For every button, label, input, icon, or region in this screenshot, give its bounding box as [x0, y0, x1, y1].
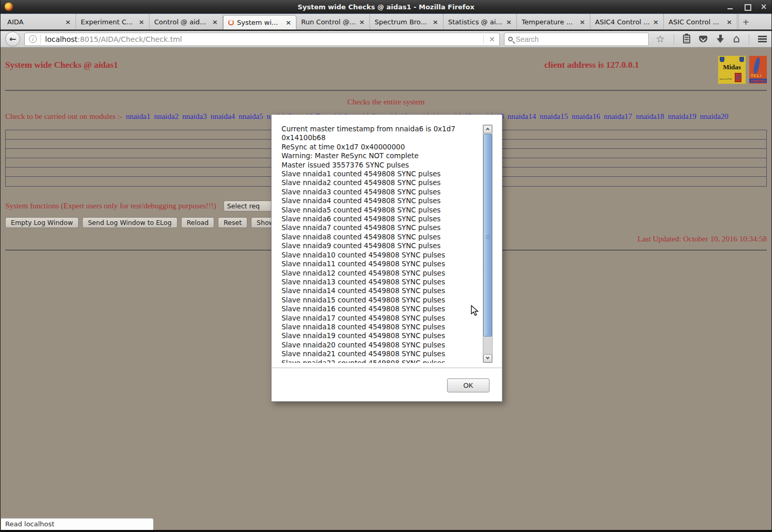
- log-output: Current master timestamp from nnaida6 is…: [281, 125, 482, 363]
- ok-button[interactable]: OK: [447, 378, 489, 392]
- home-icon[interactable]: ⌂: [733, 34, 740, 44]
- tcl-logo-text: TCL!: [751, 74, 762, 78]
- url-bar[interactable]: i localhost:8015/AIDA/Check/Check.tml ✕: [24, 33, 500, 46]
- search-bar[interactable]: [504, 33, 649, 46]
- tcl-logo[interactable]: TCL! POWERED: [749, 56, 767, 84]
- menu-icon[interactable]: [758, 36, 767, 42]
- tab-close-icon[interactable]: ×: [139, 18, 144, 26]
- log-line: Slave nnaida14 counted 4549808 SYNC puls…: [281, 286, 482, 295]
- tab-label: Temperature ...: [522, 18, 577, 26]
- module-link-nnaida2[interactable]: nnaida2: [154, 112, 179, 120]
- module-link-nnaida5[interactable]: nnaida5: [239, 112, 263, 120]
- page-title: System wide Checks @ aidas1: [5, 60, 544, 70]
- scroll-up-icon[interactable]: [483, 125, 492, 133]
- minimize-button[interactable]: [727, 4, 734, 10]
- search-icon: [508, 37, 513, 41]
- midas-powered-by: powered by: [720, 78, 732, 80]
- tab-system-wi[interactable]: System wi...×: [223, 15, 296, 29]
- tab-experiment-c[interactable]: Experiment C...×: [76, 14, 150, 29]
- center-heading: Checks the entire system: [5, 98, 767, 107]
- module-link-nnaida16[interactable]: nnaida16: [572, 112, 600, 120]
- clear-url-icon[interactable]: ✕: [483, 35, 495, 43]
- send-log-window-to-elog-button[interactable]: Send Log Window to ELog: [82, 217, 177, 228]
- maximize-button[interactable]: [744, 4, 751, 10]
- module-link-nnaida18[interactable]: nnaida18: [636, 112, 664, 120]
- log-line: Current master timestamp from nnaida6 is…: [281, 125, 482, 133]
- module-link-nnaida14[interactable]: nnaida14: [508, 112, 536, 120]
- page-info-icon[interactable]: i: [29, 35, 37, 43]
- tab-close-icon[interactable]: ×: [580, 18, 585, 26]
- search-input[interactable]: [516, 35, 645, 43]
- log-line: Slave nnaida1 counted 4549808 SYNC pulse…: [281, 170, 482, 178]
- toolbar-separator: [674, 34, 674, 44]
- module-link-nnaida17[interactable]: nnaida17: [604, 112, 632, 120]
- log-line: ReSync at time 0x1d7 0x40000000: [281, 143, 482, 151]
- log-line: Slave nnaida18 counted 4549808 SYNC puls…: [281, 323, 482, 331]
- reset-button[interactable]: Reset: [218, 217, 247, 228]
- log-line: Slave nnaida10 counted 4549808 SYNC puls…: [281, 251, 482, 260]
- scroll-down-icon[interactable]: [483, 354, 492, 362]
- status-bar: Read localhost: [1, 518, 154, 530]
- tab-close-icon[interactable]: ×: [653, 18, 659, 26]
- tcl-feather-icon: [753, 57, 760, 74]
- tab-asic-control[interactable]: ASIC Control ...×: [664, 14, 737, 29]
- tab-close-icon[interactable]: ×: [286, 19, 291, 26]
- tab-close-icon[interactable]: ×: [212, 18, 218, 26]
- reload-button[interactable]: Reload: [181, 217, 215, 228]
- tab-spectrum-bro[interactable]: Spectrum Bro...×: [370, 14, 443, 29]
- log-line: Slave nnaida6 counted 4549808 SYNC pulse…: [281, 215, 482, 223]
- log-line: Slave nnaida19 counted 4549808 SYNC puls…: [281, 331, 482, 340]
- horizontal-rule: [5, 90, 767, 91]
- new-tab-button[interactable]: +: [738, 14, 753, 29]
- module-link-nnaida4[interactable]: nnaida4: [211, 112, 235, 120]
- log-line: Slave nnaida16 counted 4549808 SYNC puls…: [281, 305, 482, 313]
- tab-close-icon[interactable]: ×: [359, 18, 365, 26]
- bookmarks-menu-icon[interactable]: [683, 35, 690, 43]
- tab-run-control[interactable]: Run Control @...×: [296, 14, 370, 29]
- module-link-nnaida3[interactable]: nnaida3: [182, 112, 206, 120]
- dialog-scrollbar[interactable]: [483, 125, 493, 363]
- system-functions-label: System functions (Expert users only for …: [5, 202, 216, 210]
- module-link-nnaida1[interactable]: nnaida1: [126, 112, 150, 120]
- downloads-icon[interactable]: [716, 35, 724, 43]
- pocket-icon[interactable]: [699, 36, 707, 42]
- log-line: 0x14100b68: [281, 133, 482, 142]
- tab-label: Control @ aid...: [154, 18, 210, 26]
- tab-label: System wi...: [237, 19, 283, 26]
- tab-statistics-ai[interactable]: Statistics @ ai...×: [443, 14, 517, 29]
- sync-check-dialog: Current master timestamp from nnaida6 is…: [271, 114, 502, 402]
- toolbar-separator: [749, 34, 749, 44]
- tab-label: Statistics @ ai...: [448, 18, 503, 26]
- back-button[interactable]: ←: [5, 32, 20, 47]
- tab-close-icon[interactable]: ×: [433, 18, 438, 26]
- tab-label: AIDA: [7, 18, 63, 26]
- log-line: Master issued 3557376 SYNC pulses: [281, 161, 482, 170]
- log-line: Warning: Master ReSync NOT complete: [281, 151, 482, 160]
- loading-spinner-icon: [228, 20, 234, 25]
- log-line: Slave nnaida15 counted 4549808 SYNC puls…: [281, 296, 482, 305]
- tab-control-aid[interactable]: Control @ aid...×: [150, 14, 223, 29]
- bookmark-star-icon[interactable]: ☆: [656, 34, 665, 44]
- close-button[interactable]: ×: [760, 4, 767, 10]
- tab-label: Experiment C...: [81, 18, 136, 26]
- tab-temperature[interactable]: Temperature ...×: [517, 14, 590, 29]
- tab-aida[interactable]: AIDA×: [3, 14, 76, 29]
- tab-asic4-control[interactable]: ASIC4 Control ...×: [590, 14, 664, 29]
- window-title: System wide Checks @ aidas1 - Mozilla Fi…: [1, 3, 771, 11]
- tab-close-icon[interactable]: ×: [726, 18, 732, 26]
- tab-label: ASIC4 Control ...: [595, 18, 650, 26]
- log-line: Slave nnaida17 counted 4549808 SYNC puls…: [281, 314, 482, 323]
- tab-label: ASIC Control ...: [669, 18, 724, 26]
- scrollbar-thumb[interactable]: [483, 134, 492, 337]
- midas-logo-text: Midas: [718, 63, 746, 71]
- tab-close-icon[interactable]: ×: [65, 18, 71, 26]
- module-link-nnaida20[interactable]: nnaida20: [700, 112, 729, 120]
- url-host: localhost: [45, 35, 78, 43]
- module-link-nnaida19[interactable]: nnaida19: [668, 112, 696, 120]
- empty-log-window-button[interactable]: Empty Log Window: [5, 217, 79, 228]
- module-link-nnaida15[interactable]: nnaida15: [540, 112, 568, 120]
- tab-close-icon[interactable]: ×: [506, 18, 512, 26]
- modules-label: Check to be carried out on modules :-: [5, 112, 122, 120]
- tab-label: Spectrum Bro...: [375, 18, 430, 26]
- midas-logo[interactable]: Midas powered by: [718, 56, 746, 84]
